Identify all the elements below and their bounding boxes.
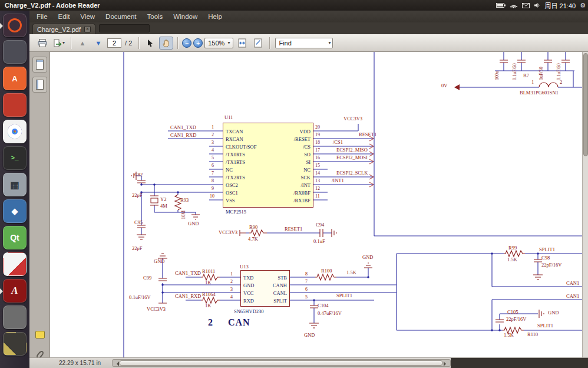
page-thumbnail-icon: [36, 60, 44, 70]
value-label: 4.7K: [248, 236, 258, 242]
launcher-screenshot-tool[interactable]: [3, 305, 27, 329]
pin-number: 5: [305, 294, 308, 300]
page-number-input[interactable]: [107, 38, 121, 48]
menu-file[interactable]: File: [32, 12, 52, 21]
net-label: VCC3V3: [147, 306, 166, 312]
net-label: CAN1_TXD: [175, 270, 201, 276]
launcher-graphics-tool[interactable]: ◆: [3, 199, 27, 223]
pdf-page-canvas[interactable]: TXCAN RXCAN CLKOUT/SOF /TX0RTS /TX1RTS N…: [50, 52, 582, 357]
battery-icon[interactable]: [496, 2, 506, 8]
menu-help[interactable]: Help: [203, 12, 227, 21]
fit-page-button[interactable]: [251, 37, 265, 50]
pin-number: 1: [531, 79, 534, 85]
pin-name: /TX2RTS: [226, 175, 245, 180]
menu-window[interactable]: Window: [169, 12, 202, 21]
value-label: 1K: [205, 303, 211, 308]
net-label: RESET1: [359, 132, 376, 137]
launcher-qt-creator[interactable]: Qt: [3, 226, 27, 249]
launcher-file-manager[interactable]: [3, 40, 27, 64]
pages-panel-button[interactable]: [32, 57, 47, 73]
value-label: 1.5K: [346, 270, 356, 275]
zoom-level-value: 150%: [208, 40, 224, 47]
pin-number: 7: [305, 279, 308, 284]
net-label: ECSPI2_MISO: [336, 147, 368, 153]
vertical-scrollbar[interactable]: [582, 52, 588, 357]
menu-view[interactable]: View: [75, 12, 100, 21]
statusbar-corner: [451, 358, 588, 368]
launcher-notes-app[interactable]: [3, 332, 27, 356]
horizontal-scrollbar[interactable]: [112, 359, 451, 367]
value-label: 0.1uF: [313, 238, 325, 244]
menu-tools[interactable]: Tools: [143, 12, 168, 21]
fit-width-button[interactable]: [235, 37, 249, 50]
menubar: File Edit View Document Tools Window Hel…: [29, 11, 588, 22]
net-label: 0V: [441, 83, 447, 88]
tab-ghost-box: [99, 24, 150, 32]
pin-name: /INT: [300, 182, 310, 188]
document-size-label: 22.29 x 15.71 in: [59, 360, 101, 366]
ref-label: C98: [541, 255, 550, 261]
toolbar-separator: [138, 37, 139, 49]
pin-name: SI: [306, 159, 310, 165]
horizontal-scrollbar-thumb[interactable]: [120, 360, 442, 366]
net-label: CAN1_TXD: [170, 124, 196, 130]
pin-name: OSC1: [226, 190, 238, 196]
pin-name: STB: [278, 275, 287, 281]
launcher-calculator[interactable]: ▦: [3, 173, 27, 196]
mail-icon[interactable]: [522, 3, 530, 8]
ref-label: C94: [316, 222, 324, 228]
find-input[interactable]: [278, 39, 328, 47]
tab-close-icon[interactable]: ×: [84, 26, 91, 32]
sheet-number: 2: [208, 317, 213, 328]
comments-panel-button[interactable]: [32, 327, 47, 343]
tab-charge-v2[interactable]: Charge_V2.pdf ×: [32, 24, 95, 34]
zero-volt-flag: [454, 84, 460, 90]
pin-number: 2: [230, 279, 233, 284]
fit-width-icon: [238, 38, 246, 48]
launcher-system-settings[interactable]: [3, 93, 27, 117]
pin-number: 1: [212, 124, 214, 130]
launcher-dash-home[interactable]: [3, 14, 27, 37]
scroll-right-arrow-icon[interactable]: [444, 362, 448, 366]
ref-label: R1064: [202, 291, 216, 297]
pin-name: TXCAN: [226, 129, 243, 134]
chevron-down-icon[interactable]: ▾: [328, 40, 331, 45]
zoom-level-combo[interactable]: 150% ▾: [204, 38, 233, 48]
next-page-button[interactable]: ▼: [91, 37, 105, 50]
pin-number: 8: [305, 271, 308, 277]
pin-name: CLKOUT/SOF: [226, 144, 256, 150]
volume-icon[interactable]: [534, 2, 541, 8]
clock[interactable]: 周日 21:40: [545, 1, 576, 10]
resistor-symbols: [175, 195, 525, 333]
gnd-label: GND: [548, 310, 559, 316]
value-label: 10M: [181, 202, 186, 219]
pin-number: 7: [212, 170, 214, 176]
icon-glyph: ▦: [10, 179, 19, 190]
zoom-out-button[interactable]: −: [182, 38, 191, 48]
hand-tool-button[interactable]: [159, 37, 173, 50]
scroll-left-arrow-icon[interactable]: [114, 362, 119, 366]
pin-name: NC: [226, 167, 233, 173]
launcher-paint-tool[interactable]: [3, 252, 27, 276]
session-menu-icon[interactable]: ⚙: [580, 2, 586, 9]
zoom-in-button[interactable]: +: [193, 38, 203, 48]
select-tool-button[interactable]: [143, 37, 157, 50]
bookmarks-panel-button[interactable]: [32, 77, 47, 93]
previous-page-button[interactable]: ▲: [75, 37, 90, 50]
value-label: 1.5K: [507, 257, 517, 262]
print-button[interactable]: [35, 37, 49, 50]
status-bar: 22.29 x 15.71 in: [29, 357, 588, 368]
share-button[interactable]: ▾: [51, 37, 67, 50]
menu-edit[interactable]: Edit: [54, 12, 75, 21]
menu-document[interactable]: Document: [101, 12, 141, 21]
vertical-scrollbar-thumb[interactable]: [583, 53, 588, 156]
launcher-word-processor[interactable]: A: [3, 67, 27, 90]
icon-glyph: ◆: [12, 206, 18, 216]
launcher-chrome-browser[interactable]: [3, 120, 27, 143]
launcher-terminal[interactable]: >_: [3, 146, 27, 170]
value-label: 0.1uF/50: [556, 52, 561, 80]
chip-u13-sn65hvd230: TXD GND VCC RXD STB CANH CANL SPLIT: [240, 270, 290, 307]
launcher-adobe-reader[interactable]: A: [3, 279, 27, 303]
gnd-label: GND: [188, 221, 199, 226]
network-icon[interactable]: [510, 2, 518, 8]
